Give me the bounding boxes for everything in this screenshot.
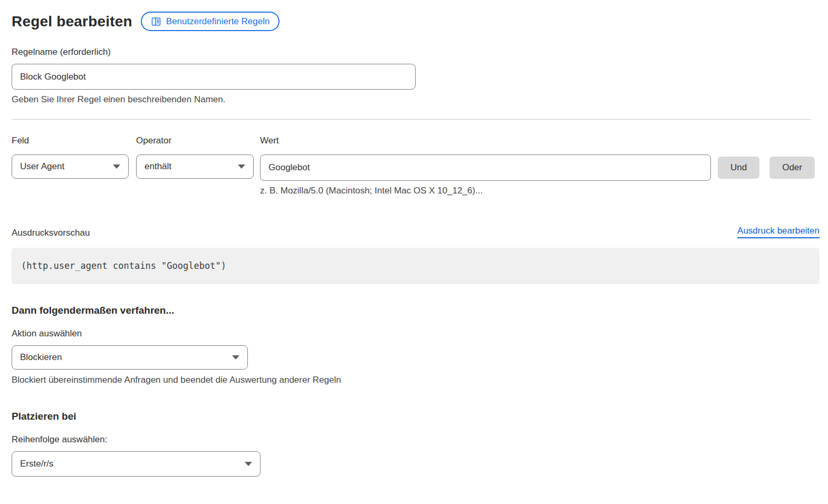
action-label: Aktion auswählen (12, 328, 820, 339)
field-label: Feld (12, 135, 129, 146)
book-icon (151, 16, 161, 27)
page-title: Regel bearbeiten (12, 13, 132, 30)
section-divider (12, 119, 811, 120)
placement-section: Platzieren bei Reihenfolge auswählen: Er… (12, 411, 820, 477)
custom-rules-badge-label: Benutzerdefinierte Regeln (166, 17, 270, 26)
operator-select-value: enthält (145, 161, 171, 172)
or-button[interactable]: Oder (769, 157, 815, 179)
rule-name-help: Geben Sie Ihrer Regel einen beschreibend… (12, 94, 820, 105)
operator-select[interactable]: enthält (136, 154, 254, 179)
field-column: Feld User Agent (12, 135, 129, 179)
expression-preview-box: (http.user_agent contains "Googlebot") (12, 248, 820, 284)
value-label: Wert (260, 135, 711, 146)
chevron-down-icon (238, 164, 245, 169)
rule-name-input[interactable] (12, 64, 416, 90)
rule-editor-page: Regel bearbeiten Benutzerdefinierte Rege… (0, 0, 820, 498)
action-select-value: Blockieren (20, 352, 62, 363)
action-help: Blockiert übereinstimmende Anfragen und … (12, 375, 820, 385)
field-select-value: User Agent (20, 161, 64, 172)
chevron-down-icon (245, 462, 252, 466)
rule-name-group: Regelname (erforderlich) Geben Sie Ihrer… (12, 47, 820, 105)
value-column: Wert z. B. Mozilla/5.0 (Macintosh; Intel… (260, 135, 711, 196)
action-section: Dann folgendermaßen verfahren... Aktion … (12, 305, 820, 385)
field-select[interactable]: User Agent (12, 154, 129, 179)
expression-preview-label: Ausdrucksvorschau (12, 228, 90, 238)
chevron-down-icon (113, 164, 120, 169)
action-heading: Dann folgendermaßen verfahren... (12, 305, 820, 316)
expression-code: (http.user_agent contains "Googlebot") (21, 260, 226, 271)
value-input[interactable] (260, 154, 711, 181)
value-help: z. B. Mozilla/5.0 (Macintosh; Intel Mac … (260, 186, 711, 196)
condition-row: Feld User Agent Operator enthält Wert z.… (12, 135, 820, 196)
action-select[interactable]: Blockieren (12, 345, 248, 370)
edit-expression-link[interactable]: Ausdruck bearbeiten (737, 226, 820, 238)
rule-name-label: Regelname (erforderlich) (12, 47, 820, 57)
operator-column: Operator enthält (136, 135, 254, 179)
expression-header: Ausdrucksvorschau Ausdruck bearbeiten (12, 226, 820, 238)
order-label: Reihenfolge auswählen: (12, 434, 820, 445)
order-select[interactable]: Erste/r/s (12, 451, 261, 477)
title-row: Regel bearbeiten Benutzerdefinierte Rege… (12, 12, 820, 31)
chevron-down-icon (232, 355, 239, 360)
condition-buttons: Und Oder (718, 157, 815, 179)
operator-label: Operator (136, 135, 254, 146)
placement-heading: Platzieren bei (12, 411, 820, 422)
order-select-value: Erste/r/s (20, 459, 53, 469)
custom-rules-badge-button[interactable]: Benutzerdefinierte Regeln (141, 12, 280, 31)
and-button[interactable]: Und (718, 157, 759, 179)
